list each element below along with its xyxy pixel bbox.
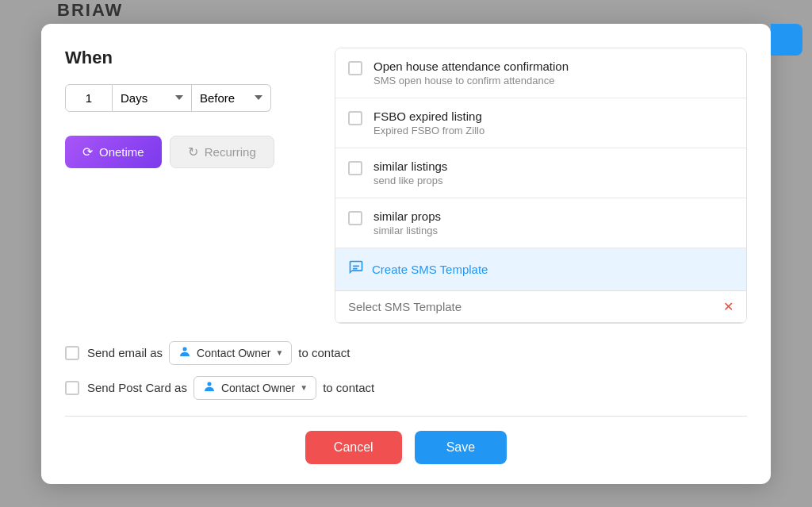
bottom-section: Send email as Contact Owner ▼ [65, 341, 747, 400]
sms-item-title-3: similar props [373, 209, 441, 223]
cancel-button[interactable]: Cancel [305, 431, 402, 464]
create-sms-row[interactable]: Create SMS Template [335, 248, 746, 291]
sms-item-title-2: similar listings [373, 159, 447, 173]
contact-owner-dropdown-arrow-1: ▼ [275, 348, 283, 357]
send-postcard-checkbox[interactable] [65, 381, 79, 395]
onetime-label: Onetime [99, 145, 144, 159]
sms-item-sub-2: send like props [373, 175, 447, 186]
days-select[interactable]: Days [113, 84, 192, 112]
sms-item-title-1: FSBO expired listing [373, 109, 485, 123]
sms-item-0: Open house attendance confirmation SMS o… [335, 48, 746, 98]
sms-checkbox-1[interactable] [348, 111, 362, 125]
send-email-contact-owner-button[interactable]: Contact Owner ▼ [169, 341, 292, 365]
contact-owner-label-1: Contact Owner [197, 347, 270, 359]
onetime-icon: ⟳ [82, 144, 93, 159]
send-postcard-contact-owner-button[interactable]: Contact Owner ▼ [193, 376, 316, 400]
when-row: Days Before [65, 84, 319, 112]
top-right-accent [771, 24, 802, 56]
send-email-row: Send email as Contact Owner ▼ [65, 341, 747, 365]
send-postcard-row: Send Post Card as Contact Owner ▼ [65, 376, 747, 400]
footer-divider [65, 416, 747, 417]
select-template-input[interactable] [348, 300, 723, 313]
clear-icon[interactable]: ✕ [723, 299, 733, 314]
send-postcard-suffix: to contact [323, 381, 374, 394]
left-panel: When Days Before ⟳ Onetime [65, 48, 319, 324]
sms-chat-icon [348, 259, 364, 279]
send-email-prefix: Send email as [87, 346, 163, 359]
send-postcard-prefix: Send Post Card as [87, 381, 187, 394]
svg-rect-0 [353, 265, 359, 267]
send-email-checkbox[interactable] [65, 346, 79, 360]
send-email-suffix: to contact [298, 346, 350, 359]
sms-item-3: similar props similar listings [335, 198, 746, 248]
sms-item-2: similar listings send like props [335, 148, 746, 198]
sms-item-sub-0: SMS open house to confirm attendance [373, 75, 569, 86]
recurring-icon: ↻ [188, 144, 198, 159]
footer-buttons: Cancel Save [65, 431, 747, 464]
sms-item-sub-3: similar listings [373, 225, 441, 236]
sms-item-title-0: Open house attendance confirmation [373, 60, 569, 73]
right-panel: Open house attendance confirmation SMS o… [335, 48, 747, 324]
sms-item-sub-1: Expired FSBO from Zillo [373, 125, 485, 136]
sms-checkbox-3[interactable] [348, 211, 362, 225]
send-email-label: Send email as Contact Owner ▼ [87, 341, 350, 365]
when-title: When [65, 48, 319, 68]
recurring-label: Recurring [205, 145, 256, 159]
before-select[interactable]: Before [192, 84, 271, 112]
onetime-button[interactable]: ⟳ Onetime [65, 136, 162, 168]
sms-checkbox-0[interactable] [348, 61, 362, 75]
select-template-row: ✕ [335, 291, 746, 323]
contact-owner-icon-2 [202, 379, 216, 397]
save-button[interactable]: Save [415, 431, 507, 464]
send-postcard-label: Send Post Card as Contact Owner ▼ [87, 376, 374, 400]
svg-rect-1 [353, 267, 358, 269]
logo-text: BRIAW [57, 0, 123, 21]
sms-item-1: FSBO expired listing Expired FSBO from Z… [335, 98, 746, 148]
recurring-button[interactable]: ↻ Recurring [170, 136, 274, 168]
contact-owner-icon-1 [178, 344, 192, 362]
contact-owner-label-2: Contact Owner [221, 382, 295, 394]
create-sms-label: Create SMS Template [372, 263, 488, 276]
toggle-row: ⟳ Onetime ↻ Recurring [65, 136, 319, 168]
main-modal: When Days Before ⟳ Onetime [41, 24, 771, 484]
contact-owner-dropdown-arrow-2: ▼ [300, 383, 308, 392]
days-input[interactable] [65, 84, 113, 112]
sms-checkbox-2[interactable] [348, 161, 362, 175]
